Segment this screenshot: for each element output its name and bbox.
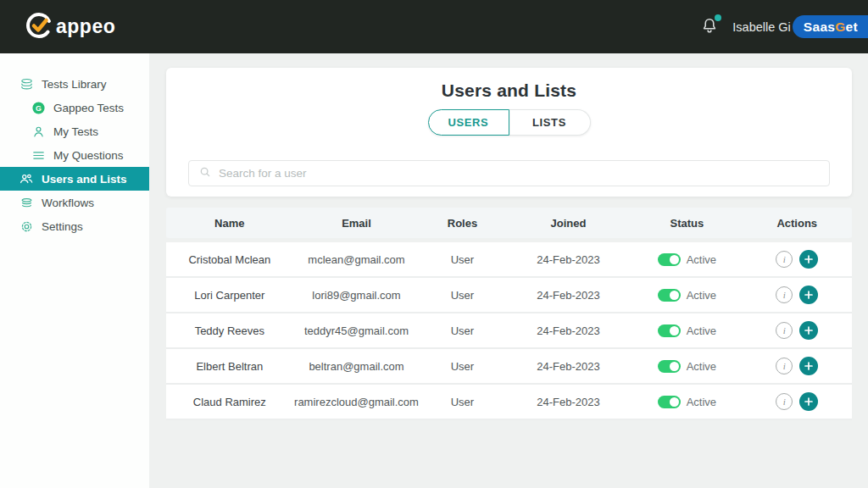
sidebar-item-label: Workflows — [42, 197, 94, 209]
column-header-actions: Actions — [743, 217, 852, 230]
column-header-joined: Joined — [505, 217, 632, 230]
table-row: Cristobal Mcleanmclean@gmail.comUser24-F… — [166, 242, 852, 278]
tab-users[interactable]: USERS — [428, 109, 509, 136]
sidebar-item-my-tests[interactable]: My Tests — [0, 119, 149, 143]
users-icon — [19, 171, 34, 186]
sidebar-item-workflows[interactable]: Workflows — [0, 191, 149, 214]
status-label: Active — [687, 324, 716, 337]
info-icon[interactable]: i — [776, 358, 793, 374]
user-role-cell: User — [420, 289, 504, 302]
table-body: Cristobal Mcleanmclean@gmail.comUser24-F… — [166, 242, 852, 420]
gear-icon — [19, 219, 34, 234]
status-label: Active — [687, 396, 716, 408]
sidebar-item-my-questions[interactable]: My Questions — [0, 143, 149, 167]
add-icon[interactable] — [799, 286, 818, 304]
column-header-name: Name — [166, 217, 293, 230]
user-joined-cell: 24-Feb-2023 — [505, 253, 632, 266]
search-input[interactable] — [219, 167, 819, 180]
add-icon[interactable] — [799, 392, 818, 411]
saasget-badge: SaasGet — [793, 15, 868, 38]
status-toggle[interactable] — [658, 289, 681, 302]
status-toggle[interactable] — [658, 324, 681, 337]
sidebar-item-label: Gappeo Tests — [53, 102, 124, 114]
search-icon — [199, 166, 211, 181]
column-header-status: Status — [632, 217, 742, 230]
user-status-cell: Active — [632, 289, 742, 302]
user-actions-cell: i — [743, 357, 852, 375]
user-name-cell: Claud Ramirez — [166, 396, 293, 408]
brand-name: appeo — [56, 15, 115, 38]
users-table: NameEmailRolesJoinedStatusActions Cristo… — [166, 208, 852, 420]
sidebar: Tests LibraryGGappeo TestsMy TestsMy Que… — [0, 53, 149, 488]
sidebar-nav: Tests LibraryGGappeo TestsMy TestsMy Que… — [0, 72, 149, 238]
header-right: Isabelle Gi SaasGet — [700, 0, 868, 53]
user-name-cell: Elbert Beltran — [166, 360, 293, 373]
sidebar-item-tests-library[interactable]: Tests Library — [0, 72, 149, 96]
sidebar-item-settings[interactable]: Settings — [0, 214, 149, 238]
user-role-cell: User — [420, 324, 504, 337]
user-name-cell: Cristobal Mclean — [166, 253, 293, 266]
badge-text-prefix: Saas — [804, 19, 835, 35]
sidebar-item-label: Tests Library — [42, 78, 107, 91]
status-toggle[interactable] — [658, 360, 681, 373]
user-icon — [31, 124, 46, 139]
status-label: Active — [687, 360, 716, 373]
info-icon[interactable]: i — [776, 286, 793, 303]
status-label: Active — [687, 289, 716, 302]
user-email-cell: teddyr45@gmail.com — [293, 324, 420, 337]
sidebar-item-gappeo-tests[interactable]: GGappeo Tests — [0, 96, 149, 119]
user-status-cell: Active — [632, 324, 742, 337]
sidebar-item-users-and-lists[interactable]: Users and Lists — [0, 167, 149, 191]
badge-text-accent: G — [835, 19, 845, 35]
info-icon[interactable]: i — [776, 393, 793, 410]
user-joined-cell: 24-Feb-2023 — [505, 360, 632, 373]
user-actions-cell: i — [743, 286, 852, 304]
user-email-cell: ramirezcloud@gmail.com — [293, 396, 420, 408]
table-row: Teddy Reevesteddyr45@gmail.comUser24-Feb… — [166, 313, 852, 349]
add-icon[interactable] — [799, 321, 818, 340]
info-icon[interactable]: i — [776, 322, 793, 339]
user-joined-cell: 24-Feb-2023 — [505, 324, 632, 337]
user-name-cell: Lori Carpenter — [166, 289, 293, 302]
user-status-cell: Active — [632, 396, 742, 408]
table-row: Lori Carpenterlori89@gmail.comUser24-Feb… — [166, 278, 852, 313]
svg-text:G: G — [36, 103, 42, 112]
info-icon[interactable]: i — [776, 251, 793, 268]
tabs: USERSLISTS — [188, 109, 830, 136]
user-email-cell: beltran@gmail.com — [293, 360, 420, 373]
badge-text-suffix: et — [846, 19, 858, 35]
table-header-row: NameEmailRolesJoinedStatusActions — [166, 208, 852, 238]
sidebar-item-label: My Questions — [53, 149, 124, 162]
search-box[interactable] — [188, 160, 830, 186]
user-joined-cell: 24-Feb-2023 — [505, 289, 632, 302]
user-name-cell: Teddy Reeves — [166, 324, 293, 337]
table-row: Claud Ramirezramirezcloud@gmail.comUser2… — [166, 385, 852, 420]
sidebar-item-label: My Tests — [53, 125, 98, 138]
column-header-email: Email — [293, 217, 420, 230]
user-role-cell: User — [420, 360, 504, 373]
page-title: Users and Lists — [188, 80, 830, 101]
notifications-button[interactable] — [700, 16, 719, 38]
sidebar-item-label: Users and Lists — [42, 173, 127, 186]
brand-logo: appeo — [24, 10, 115, 44]
sidebar-item-label: Settings — [42, 220, 83, 233]
status-toggle[interactable] — [658, 396, 681, 408]
top-header: appeo Isabelle Gi SaasGet — [0, 0, 868, 53]
user-actions-cell: i — [743, 392, 852, 411]
user-name[interactable]: Isabelle Gi — [732, 20, 791, 34]
main-content: Users and Lists USERSLISTS NameEmailRole… — [149, 53, 868, 488]
layers-icon — [19, 76, 34, 92]
status-label: Active — [687, 253, 716, 266]
status-toggle[interactable] — [658, 253, 681, 266]
add-icon[interactable] — [799, 357, 818, 375]
user-actions-cell: i — [743, 321, 852, 340]
user-actions-cell: i — [743, 250, 852, 269]
user-joined-cell: 24-Feb-2023 — [505, 396, 632, 408]
tab-lists[interactable]: LISTS — [509, 109, 591, 136]
add-icon[interactable] — [799, 250, 818, 269]
notification-dot — [715, 14, 721, 21]
column-header-roles: Roles — [420, 217, 504, 230]
list-icon — [31, 147, 46, 163]
user-role-cell: User — [420, 396, 504, 408]
user-role-cell: User — [420, 253, 504, 266]
